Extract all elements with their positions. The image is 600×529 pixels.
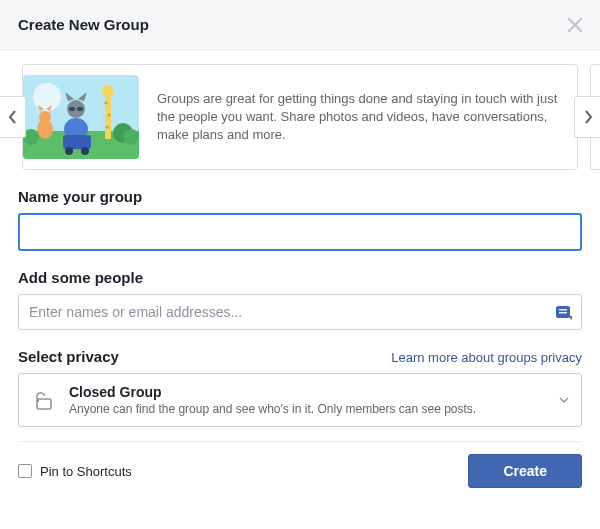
svg-point-14 — [105, 102, 108, 105]
svg-point-13 — [102, 85, 114, 97]
caret-down-icon — [559, 397, 569, 403]
svg-point-10 — [65, 147, 73, 155]
people-field-wrapper — [18, 294, 582, 330]
privacy-title: Closed Group — [69, 384, 559, 400]
svg-point-2 — [33, 83, 61, 111]
privacy-text: Closed Group Anyone can find the group a… — [69, 384, 559, 416]
svg-rect-23 — [37, 399, 51, 409]
info-card: Groups are great for getting things done… — [22, 64, 578, 170]
pin-label: Pin to Shortcuts — [40, 464, 132, 479]
modal-footer: Pin to Shortcuts Create — [18, 441, 582, 488]
svg-point-16 — [106, 126, 109, 129]
svg-rect-22 — [559, 312, 567, 314]
name-section: Name your group — [18, 188, 582, 251]
chevron-right-icon — [583, 109, 593, 125]
svg-rect-21 — [559, 309, 567, 311]
modal-body: Groups are great for getting things done… — [0, 50, 600, 529]
name-label: Name your group — [18, 188, 582, 205]
carousel-next-button[interactable] — [574, 96, 600, 138]
svg-point-4 — [39, 111, 51, 123]
carousel-prev-button[interactable] — [0, 96, 26, 138]
contact-card-icon[interactable] — [555, 303, 573, 321]
info-illustration — [23, 75, 139, 159]
close-icon[interactable] — [568, 18, 582, 32]
group-name-input[interactable] — [18, 213, 582, 251]
privacy-learn-more-link[interactable]: Learn more about groups privacy — [391, 350, 582, 365]
svg-point-11 — [81, 147, 89, 155]
svg-point-15 — [108, 114, 111, 117]
privacy-label: Select privacy — [18, 348, 119, 365]
privacy-description: Anyone can find the group and see who's … — [69, 402, 559, 416]
info-carousel: Groups are great for getting things done… — [18, 64, 582, 170]
modal-title: Create New Group — [18, 16, 149, 33]
modal-header: Create New Group — [0, 0, 600, 50]
svg-rect-9 — [63, 135, 91, 149]
create-button[interactable]: Create — [468, 454, 582, 488]
pin-checkbox[interactable] — [18, 464, 32, 478]
create-group-modal: Create New Group — [0, 0, 600, 529]
svg-rect-7 — [77, 107, 83, 111]
svg-point-18 — [123, 129, 139, 145]
pin-to-shortcuts[interactable]: Pin to Shortcuts — [18, 464, 132, 479]
people-section: Add some people — [18, 269, 582, 330]
svg-rect-6 — [69, 107, 75, 111]
chevron-left-icon — [8, 109, 18, 125]
privacy-select[interactable]: Closed Group Anyone can find the group a… — [18, 373, 582, 427]
people-label: Add some people — [18, 269, 582, 286]
privacy-section: Select privacy Learn more about groups p… — [18, 348, 582, 427]
info-text: Groups are great for getting things done… — [139, 90, 563, 145]
people-input[interactable] — [29, 304, 555, 320]
lock-open-icon — [31, 388, 55, 412]
